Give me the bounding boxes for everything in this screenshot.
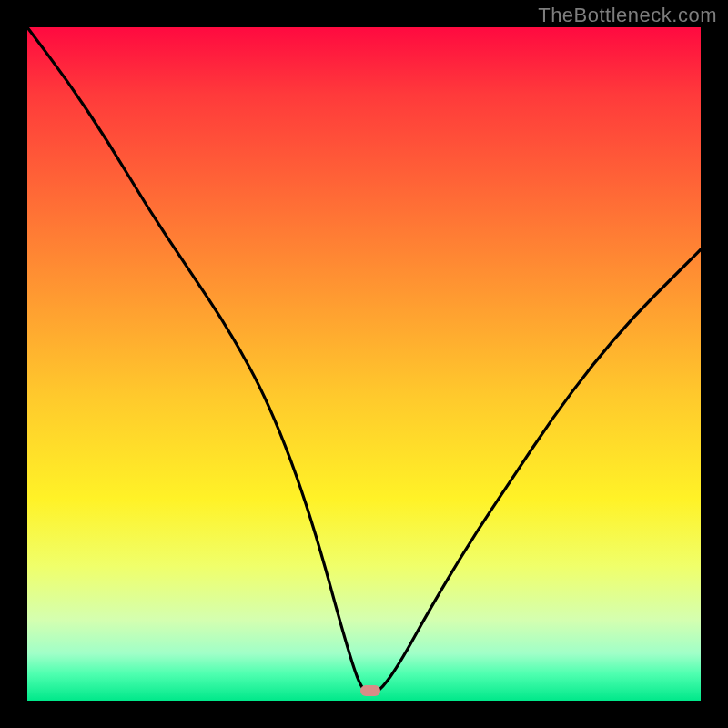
bottleneck-curve xyxy=(27,27,701,701)
minimum-marker xyxy=(360,685,380,696)
chart-frame: TheBottleneck.com xyxy=(0,0,728,728)
plot-area xyxy=(27,27,701,701)
curve-path xyxy=(27,27,701,694)
watermark-text: TheBottleneck.com xyxy=(538,4,717,27)
